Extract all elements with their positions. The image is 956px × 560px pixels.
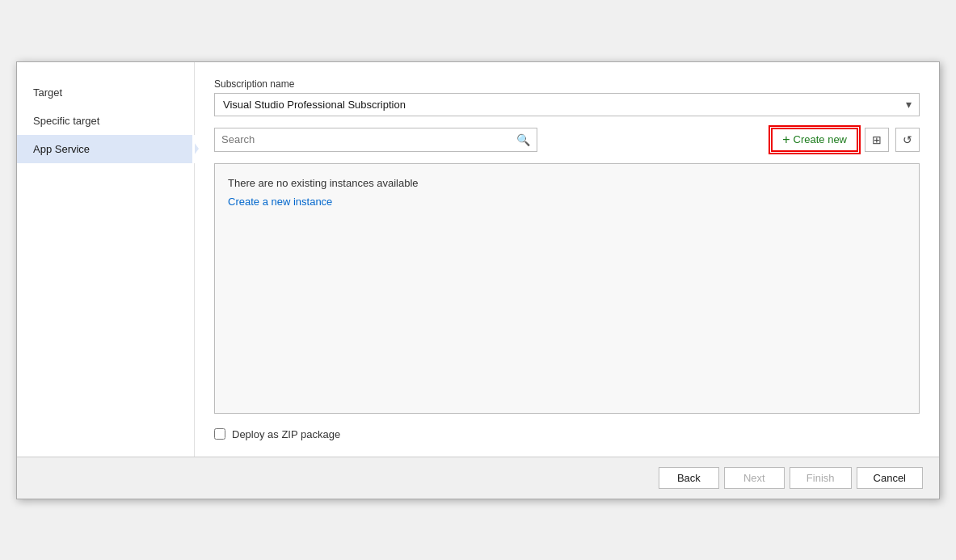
- create-instance-link[interactable]: Create a new instance: [228, 196, 906, 208]
- subscription-select[interactable]: Visual Studio Professional Subscription: [214, 93, 920, 116]
- zip-checkbox[interactable]: [214, 428, 225, 440]
- main-content: Subscription name Visual Studio Professi…: [195, 62, 939, 457]
- subscription-select-wrapper: Visual Studio Professional Subscription: [214, 93, 920, 116]
- cancel-button[interactable]: Cancel: [857, 467, 923, 489]
- publish-dialog: Target Specific target App Service Subsc…: [16, 61, 940, 499]
- subscription-field: Subscription name Visual Studio Professi…: [214, 78, 920, 116]
- finish-button[interactable]: Finish: [790, 467, 852, 489]
- refresh-icon: ↺: [903, 133, 912, 146]
- sidebar-item-target[interactable]: Target: [17, 78, 194, 107]
- search-box: 🔍: [214, 128, 537, 152]
- zip-checkbox-row: Deploy as ZIP package: [214, 428, 920, 440]
- plus-icon: +: [782, 133, 790, 147]
- no-instances-text: There are no existing instances availabl…: [228, 177, 906, 189]
- refresh-button[interactable]: ↺: [895, 128, 920, 152]
- create-new-label: Create new: [794, 133, 847, 145]
- zip-checkbox-label[interactable]: Deploy as ZIP package: [232, 428, 340, 440]
- sidebar: Target Specific target App Service: [17, 62, 195, 457]
- sidebar-item-app-service[interactable]: App Service: [17, 135, 194, 163]
- search-input[interactable]: [221, 133, 516, 145]
- group-by-button[interactable]: ⊞: [865, 128, 889, 152]
- instances-panel: There are no existing instances availabl…: [214, 163, 920, 414]
- subscription-label: Subscription name: [214, 78, 920, 90]
- dialog-body: Target Specific target App Service Subsc…: [17, 62, 939, 457]
- create-new-button[interactable]: + Create new: [771, 128, 858, 152]
- group-by-icon: ⊞: [872, 133, 882, 146]
- search-icon: 🔍: [516, 133, 530, 146]
- sidebar-item-specific-target[interactable]: Specific target: [17, 107, 194, 135]
- back-button[interactable]: Back: [659, 467, 719, 489]
- dialog-footer: Back Next Finish Cancel: [17, 457, 939, 499]
- search-toolbar: 🔍 + Create new ⊞ ↺: [214, 128, 920, 152]
- next-button[interactable]: Next: [724, 467, 785, 489]
